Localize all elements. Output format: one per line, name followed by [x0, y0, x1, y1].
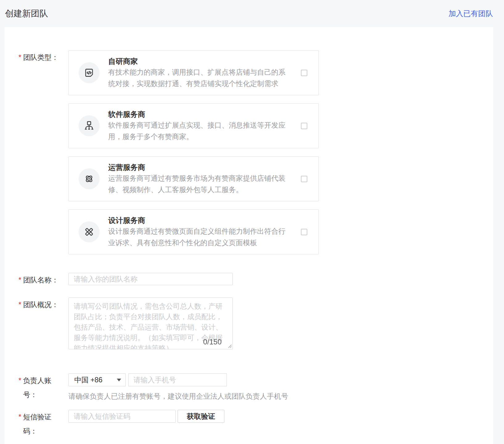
code-document-icon: [83, 67, 95, 79]
page-header: 创建新团队 加入已有团队: [0, 0, 504, 27]
join-existing-team-link[interactable]: 加入已有团队: [449, 9, 493, 18]
chevron-down-icon: [117, 379, 121, 381]
team-type-checkbox-design[interactable]: [301, 229, 307, 235]
required-asterisk: *: [18, 373, 21, 402]
required-asterisk: *: [18, 410, 21, 438]
team-name-row: * 团队名称：: [5, 273, 493, 287]
card-title: 运营服务商: [108, 162, 290, 173]
team-type-card-design[interactable]: 设计服务商 设计服务商通过有赞微页面自定义组件能力制作出符合行业诉求、具有创意性…: [68, 209, 319, 254]
card-title: 自研商家: [108, 56, 290, 67]
team-type-checkbox-software[interactable]: [301, 123, 307, 129]
resize-handle-icon[interactable]: [227, 344, 232, 348]
sms-code-row: * 短信验证码： 获取验证: [5, 410, 493, 438]
card-description: 运营服务商可通过有赞服务市场为有赞商家提供店铺代装修、视频制作、人工客服外包等人…: [108, 173, 290, 195]
phone-number-input[interactable]: [128, 373, 227, 386]
team-type-options: 自研商家 有技术能力的商家，调用接口、扩展点将店铺与自己的系统对接，实现数据打通…: [68, 50, 319, 254]
team-type-card-self-dev[interactable]: 自研商家 有技术能力的商家，调用接口、扩展点将店铺与自己的系统对接，实现数据打通…: [68, 50, 319, 95]
sms-code-input[interactable]: [68, 410, 176, 423]
team-profile-label: * 团队概况：: [18, 298, 68, 312]
team-type-card-software[interactable]: 软件服务商 软件服务商可通过扩展点实现、接口、消息推送等开发应用，服务于多个有赞…: [68, 103, 319, 148]
design-tools-icon: [83, 226, 95, 238]
team-type-checkbox-self-dev[interactable]: [301, 70, 307, 76]
owner-account-hint: 请确保负责人已注册有赞账号，建议使用企业法人或团队负责人手机号: [68, 389, 288, 404]
card-title: 设计服务商: [108, 215, 290, 226]
page-title: 创建新团队: [5, 8, 48, 19]
card-title: 软件服务商: [108, 109, 290, 120]
required-asterisk: *: [18, 273, 21, 287]
team-type-checkbox-operation[interactable]: [301, 176, 307, 182]
owner-account-row: * 负责人账号： 中国 +86 请确保负责人已注册有赞账号，建议使用企业法人或团…: [5, 373, 493, 404]
atom-icon: [83, 173, 95, 185]
form-panel: * 团队类型： 自研商家 有技术能力的商家，调用接口、扩展点将店铺与自己的系统对…: [5, 27, 493, 444]
card-description: 有技术能力的商家，调用接口、扩展点将店铺与自己的系统对接，实现数据打通、有赞店铺…: [108, 67, 290, 89]
team-type-card-operation[interactable]: 运营服务商 运营服务商可通过有赞服务市场为有赞商家提供店铺代装修、视频制作、人工…: [68, 156, 319, 201]
team-profile-row: * 团队概况： 0/150: [5, 298, 493, 349]
distribution-icon: [83, 120, 95, 132]
team-type-label: * 团队类型：: [18, 50, 68, 64]
team-type-row: * 团队类型： 自研商家 有技术能力的商家，调用接口、扩展点将店铺与自己的系统对…: [5, 50, 493, 254]
required-asterisk: *: [18, 50, 21, 64]
country-code-select[interactable]: 中国 +86: [68, 373, 126, 386]
owner-account-label: * 负责人账号：: [18, 373, 68, 402]
required-asterisk: *: [18, 298, 21, 312]
card-description: 软件服务商可通过扩展点实现、接口、消息推送等开发应用，服务于多个有赞商家。: [108, 120, 290, 142]
get-verification-code-button[interactable]: 获取验证: [178, 410, 224, 423]
card-description: 设计服务商通过有赞微页面自定义组件能力制作出符合行业诉求、具有创意性和个性化的自…: [108, 226, 290, 249]
sms-code-label: * 短信验证码：: [18, 410, 68, 438]
team-name-input[interactable]: [68, 273, 233, 285]
team-name-label: * 团队名称：: [18, 273, 68, 287]
char-counter: 0/150: [203, 338, 222, 346]
country-code-value: 中国 +86: [74, 375, 102, 385]
